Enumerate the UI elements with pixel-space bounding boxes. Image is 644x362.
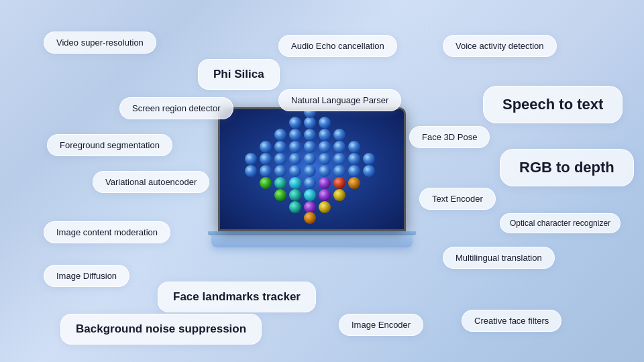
svg-point-19	[289, 153, 301, 165]
chip-screen-region-detector: Screen region detector	[119, 97, 233, 119]
svg-point-14	[333, 141, 345, 153]
svg-point-39	[333, 177, 345, 189]
svg-point-4	[274, 129, 286, 141]
svg-point-8	[333, 129, 345, 141]
chip-rgb-to-depth: RGB to depth	[500, 149, 634, 186]
svg-point-18	[274, 153, 286, 165]
svg-point-38	[319, 177, 331, 189]
svg-point-47	[304, 201, 316, 213]
windows-flower-svg	[225, 111, 399, 228]
chip-background-noise-suppression: Background noise suppression	[60, 314, 262, 345]
chip-creative-face-filters: Creative face filters	[462, 310, 561, 332]
chip-phi-silica: Phi Silica	[198, 59, 280, 90]
svg-point-35	[274, 177, 286, 189]
svg-point-41	[274, 189, 286, 201]
svg-point-9	[260, 141, 272, 153]
svg-point-3	[304, 111, 316, 118]
chip-image-content-moderation: Image content moderation	[44, 221, 170, 243]
svg-point-15	[348, 141, 360, 153]
svg-point-10	[274, 141, 286, 153]
chip-natural-language-parser: Natural Language Parser	[278, 89, 401, 111]
svg-point-46	[289, 201, 301, 213]
svg-point-37	[304, 177, 316, 189]
svg-point-11	[289, 141, 301, 153]
laptop-screen-content	[220, 109, 404, 229]
chip-text-encoder: Text Encoder	[419, 188, 496, 210]
chip-video-super-resolution: Video super-resolution	[44, 32, 156, 54]
chip-multilingual-translation: Multilingual translation	[443, 247, 555, 269]
svg-point-29	[304, 165, 316, 177]
svg-point-45	[333, 189, 345, 201]
svg-point-0	[289, 117, 301, 129]
svg-point-1	[304, 117, 316, 129]
svg-point-36	[289, 177, 301, 189]
chip-foreground-segmentation: Foreground segmentation	[47, 134, 172, 156]
laptop-illustration	[208, 107, 416, 268]
svg-point-24	[363, 153, 375, 165]
chip-variational-autoencoder: Variational autoencoder	[93, 171, 209, 193]
svg-point-16	[245, 153, 257, 165]
svg-point-31	[333, 165, 345, 177]
svg-point-28	[289, 165, 301, 177]
svg-point-6	[304, 129, 316, 141]
svg-point-26	[260, 165, 272, 177]
svg-point-22	[333, 153, 345, 165]
chip-image-encoder: Image Encoder	[339, 314, 423, 336]
svg-point-5	[289, 129, 301, 141]
svg-point-34	[260, 177, 272, 189]
svg-point-12	[304, 141, 316, 153]
svg-point-42	[289, 189, 301, 201]
laptop-base	[211, 235, 413, 247]
svg-point-20	[304, 153, 316, 165]
svg-point-27	[274, 165, 286, 177]
chip-image-diffusion: Image Diffusion	[44, 265, 129, 287]
svg-point-32	[348, 165, 360, 177]
svg-point-33	[363, 165, 375, 177]
svg-point-17	[260, 153, 272, 165]
chip-voice-activity-detection: Voice activity detection	[443, 35, 557, 57]
svg-point-25	[245, 165, 257, 177]
chip-audio-echo-cancellation: Audio Echo cancellation	[278, 35, 397, 57]
svg-point-21	[319, 153, 331, 165]
svg-point-40	[348, 177, 360, 189]
svg-point-48	[319, 201, 331, 213]
svg-point-44	[319, 189, 331, 201]
svg-point-23	[348, 153, 360, 165]
chip-face-3d-pose: Face 3D Pose	[409, 126, 490, 148]
laptop-screen	[218, 107, 406, 231]
svg-point-13	[319, 141, 331, 153]
svg-point-49	[304, 212, 316, 224]
chip-optical-character-recognizer: Optical character recognizer	[500, 213, 621, 233]
svg-point-30	[319, 165, 331, 177]
chip-speech-to-text: Speech to text	[483, 86, 623, 123]
svg-point-7	[319, 129, 331, 141]
chip-face-landmarks-tracker: Face landmarks tracker	[158, 282, 316, 312]
svg-point-43	[304, 189, 316, 201]
svg-point-2	[319, 117, 331, 129]
